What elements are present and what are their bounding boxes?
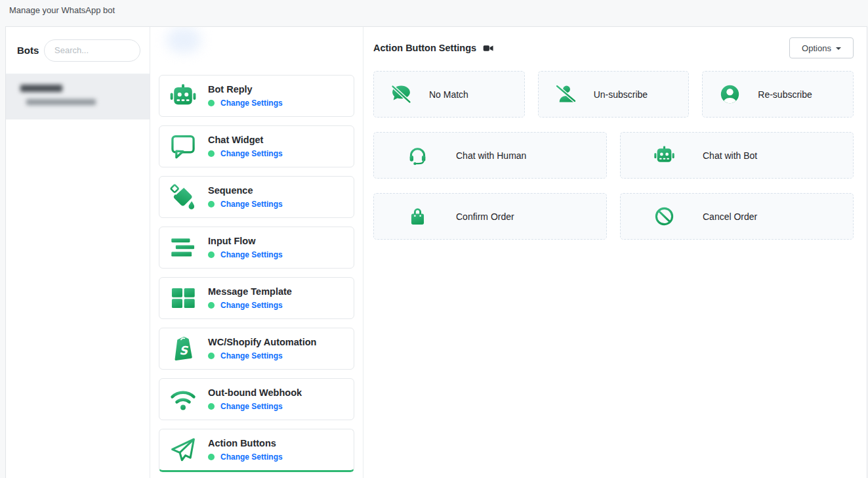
search-input[interactable] — [44, 39, 140, 62]
feature-text: WC/Shopify Automation Change Settings — [208, 337, 316, 360]
video-camera-icon — [483, 43, 494, 54]
panel-header: Action Button Settings Options — [373, 37, 854, 58]
feature-text: Bot Reply Change Settings — [208, 84, 283, 108]
action-button-label: Cancel Order — [703, 211, 757, 222]
feature-title: Bot Reply — [208, 84, 283, 95]
action-button-confirm-order[interactable]: Confirm Order — [373, 193, 607, 240]
change-settings-link[interactable]: Change Settings — [220, 402, 283, 411]
bot-phone-redacted — [26, 99, 96, 105]
action-button-cancel-order[interactable]: Cancel Order — [620, 193, 854, 240]
page-title: Manage your WhatsApp bot — [9, 5, 115, 15]
shopify-icon: S — [169, 335, 197, 362]
ban-icon — [653, 206, 675, 227]
feature-title: Out-bound Webhook — [208, 387, 302, 398]
feature-title: Sequence — [208, 185, 283, 196]
status-dot — [208, 201, 215, 207]
robot-icon — [169, 82, 197, 110]
status-dot — [208, 353, 215, 359]
feature-text: Chat Widget Change Settings — [208, 135, 283, 158]
user-circle-icon — [719, 83, 741, 105]
feature-text: Action Buttons Change Settings — [208, 438, 283, 462]
features-list: Bot Reply Change Settings Chat Widget Ch… — [159, 75, 354, 472]
user-slash-icon — [555, 83, 577, 105]
grid-squares-icon — [169, 284, 197, 312]
feature-action: Change Settings — [208, 301, 292, 310]
feature-action: Change Settings — [208, 200, 283, 209]
status-dot — [208, 251, 215, 258]
feature-card-sequence[interactable]: Sequence Change Settings — [159, 176, 354, 218]
feature-text: Out-bound Webhook Change Settings — [208, 387, 302, 411]
features-column: Bot Reply Change Settings Chat Widget Ch… — [150, 27, 363, 478]
panel-title: Action Button Settings — [373, 43, 476, 53]
feature-text: Message Template Change Settings — [208, 286, 292, 310]
feature-text: Sequence Change Settings — [208, 185, 283, 209]
comment-slash-icon — [390, 83, 412, 105]
feature-title: Input Flow — [208, 236, 283, 246]
feature-card-bot-reply[interactable]: Bot Reply Change Settings — [159, 75, 354, 117]
feature-title: WC/Shopify Automation — [208, 337, 316, 347]
change-settings-link[interactable]: Change Settings — [220, 250, 283, 259]
change-settings-link[interactable]: Change Settings — [220, 149, 283, 158]
action-button-re-subscribe[interactable]: Re-subscribe — [702, 71, 854, 118]
feature-action: Change Settings — [208, 149, 283, 158]
shopping-bag-icon — [407, 206, 428, 227]
chat-widget-icon — [169, 133, 197, 160]
action-button-un-subscribe[interactable]: Un-subscribe — [538, 71, 690, 118]
action-buttons-grid: No Match Un-subscribe Re-subscribe Chat … — [373, 71, 854, 240]
paper-plane-icon — [169, 436, 197, 464]
status-dot — [208, 100, 215, 106]
action-button-label: Re-subscribe — [758, 89, 812, 100]
action-button-no-match[interactable]: No Match — [373, 71, 525, 118]
change-settings-link[interactable]: Change Settings — [220, 351, 283, 360]
change-settings-link[interactable]: Change Settings — [220, 200, 283, 209]
options-button-label: Options — [802, 43, 831, 53]
action-button-label: Confirm Order — [456, 211, 514, 222]
robot-icon — [653, 144, 675, 166]
settings-panel: Action Button Settings Options No Match … — [363, 27, 867, 478]
feature-card-message-template[interactable]: Message Template Change Settings — [159, 277, 354, 319]
feature-action: Change Settings — [208, 452, 283, 462]
feature-text: Input Flow Change Settings — [208, 236, 283, 259]
fill-drip-icon — [169, 183, 197, 211]
bot-name-redacted — [20, 85, 62, 92]
action-button-label: Un-subscribe — [594, 89, 648, 100]
bots-sidebar: Bots — [6, 27, 150, 478]
feature-card-out-bound-webhook[interactable]: Out-bound Webhook Change Settings — [159, 378, 354, 420]
feature-card-wc-shopify-automation[interactable]: S WC/Shopify Automation Change Settings — [159, 328, 354, 370]
feature-title: Action Buttons — [208, 438, 283, 448]
action-button-label: Chat with Bot — [703, 150, 757, 161]
chevron-down-icon — [836, 47, 841, 50]
bot-list-item-selected[interactable] — [6, 74, 150, 120]
feature-card-action-buttons[interactable]: Action Buttons Change Settings — [159, 429, 354, 472]
bots-heading: Bots — [17, 45, 39, 56]
change-settings-link[interactable]: Change Settings — [220, 301, 283, 310]
action-button-chat-with-bot[interactable]: Chat with Bot — [620, 132, 854, 179]
status-dot — [208, 454, 215, 460]
action-button-label: Chat with Human — [456, 150, 526, 161]
headset-icon — [407, 144, 428, 166]
bots-header: Bots — [6, 27, 150, 74]
change-settings-link[interactable]: Change Settings — [220, 452, 283, 462]
feature-action: Change Settings — [208, 402, 302, 411]
svg-text:S: S — [179, 344, 188, 357]
feature-action: Change Settings — [208, 98, 283, 108]
wifi-icon — [169, 385, 197, 413]
feature-card-input-flow[interactable]: Input Flow Change Settings — [159, 227, 354, 269]
action-button-label: No Match — [429, 89, 468, 100]
change-settings-link[interactable]: Change Settings — [220, 98, 283, 108]
feature-title: Message Template — [208, 286, 292, 297]
blurred-thumbnail — [166, 27, 201, 53]
bars-staggered-icon — [169, 234, 197, 261]
status-dot — [208, 150, 215, 157]
action-button-chat-with-human[interactable]: Chat with Human — [373, 132, 607, 179]
page-header: Manage your WhatsApp bot — [0, 0, 868, 20]
main-card: Bots Bot Reply Change Settings — [5, 26, 867, 478]
status-dot — [208, 403, 215, 410]
feature-title: Chat Widget — [208, 135, 283, 145]
status-dot — [208, 302, 215, 309]
feature-card-chat-widget[interactable]: Chat Widget Change Settings — [159, 125, 354, 167]
feature-action: Change Settings — [208, 250, 283, 259]
options-button[interactable]: Options — [789, 37, 854, 58]
feature-action: Change Settings — [208, 351, 316, 360]
